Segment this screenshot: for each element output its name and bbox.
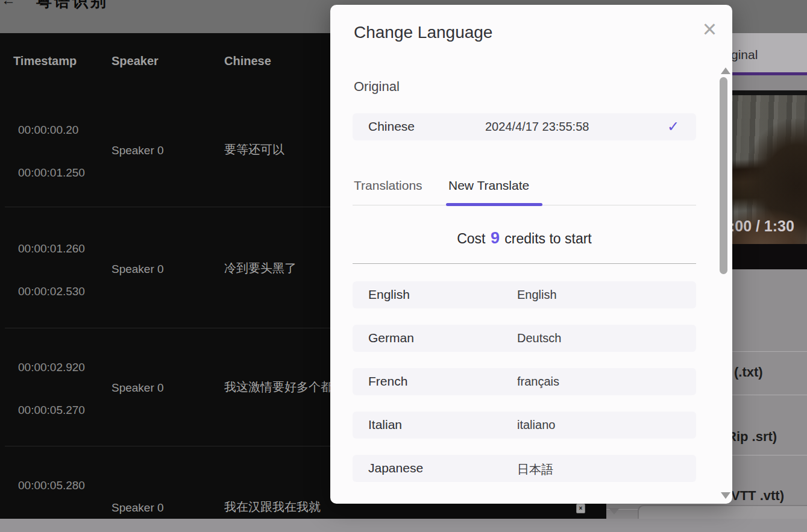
download-srt-button[interactable]: Rip .srt)	[727, 429, 777, 445]
scroll-down-arrow-icon[interactable]	[721, 492, 730, 499]
cost-suffix: credits to start	[504, 231, 591, 246]
active-tab-underline	[446, 203, 542, 206]
screen: ← 粤语识别 Timestamp Speaker Chinese 00:00:0…	[0, 0, 807, 532]
tab-translations[interactable]: Translations	[354, 178, 422, 193]
timestamp-end: 00:00:01.250	[18, 166, 85, 180]
scrollbar-thumb[interactable]	[720, 77, 727, 274]
timestamp-start: 00:00:01.260	[18, 242, 85, 255]
language-option-english[interactable]: English English	[353, 281, 696, 308]
timestamp-start: 00:00:00.20	[18, 124, 78, 137]
language-name: Italian	[368, 418, 402, 432]
speaker-label: Speaker 0	[111, 263, 164, 276]
original-section-label: Original	[354, 79, 400, 95]
column-header-timestamp: Timestamp	[13, 54, 77, 68]
transcript-text[interactable]: 要等还可以	[224, 142, 284, 158]
video-time-display: 0:00 / 1:30	[721, 217, 794, 235]
language-option-german[interactable]: German Deutsch	[353, 325, 696, 352]
check-icon: ✓	[667, 118, 679, 135]
broken-image-icon: ×	[576, 504, 585, 513]
modal-title: Change Language	[354, 23, 492, 42]
speaker-label: Speaker 0	[111, 381, 164, 395]
language-option-italian[interactable]: Italian italiano	[353, 412, 696, 439]
bottom-scrollbar-track[interactable]	[0, 519, 807, 532]
language-option-japanese[interactable]: Japanese 日本語	[353, 455, 696, 482]
timestamp-end: 00:00:02.530	[18, 285, 85, 298]
original-language-timestamp: 2024/4/17 23:55:58	[485, 120, 589, 134]
timestamp-end: 00:00:05.270	[18, 404, 85, 417]
transcript-text[interactable]: 冷到要头黑了	[224, 260, 297, 277]
language-name: German	[368, 331, 414, 345]
speaker-label: Speaker 0	[111, 501, 164, 515]
language-native: 日本語	[517, 462, 553, 478]
column-header-speaker: Speaker	[111, 54, 159, 68]
column-header-chinese: Chinese	[224, 54, 271, 68]
change-language-modal: Change Language × Original Chinese 2024/…	[330, 5, 732, 504]
timestamp-start: 00:00:05.280	[18, 479, 85, 492]
language-native: English	[517, 288, 557, 302]
language-native: français	[517, 375, 559, 389]
language-native: Deutsch	[517, 331, 561, 345]
language-option-french[interactable]: French français	[353, 368, 696, 395]
cost-prefix: Cost	[457, 231, 485, 246]
cost-credits-value: 9	[489, 229, 501, 247]
cost-message: Cost 9 credits to start	[353, 229, 696, 248]
scroll-down-arrow-icon[interactable]	[609, 508, 620, 515]
original-language-row[interactable]: Chinese 2024/4/17 23:55:58 ✓	[353, 113, 696, 140]
page-title: 粤语识别	[36, 0, 108, 12]
language-name: English	[368, 287, 410, 302]
cost-divider	[353, 263, 696, 264]
download-txt-button[interactable]: (.txt)	[734, 365, 763, 380]
close-icon[interactable]: ×	[703, 17, 717, 41]
speaker-label: Speaker 0	[111, 144, 164, 157]
timestamp-start: 00:00:02.920	[18, 361, 85, 374]
transcript-text[interactable]: 我在汉跟我在我就	[224, 499, 321, 515]
language-name: Japanese	[368, 461, 423, 475]
back-arrow-icon[interactable]: ←	[1, 0, 16, 8]
download-vtt-button[interactable]: VTT .vtt)	[731, 488, 784, 504]
language-name: French	[368, 374, 407, 389]
original-language-name: Chinese	[368, 119, 415, 134]
language-native: italiano	[517, 418, 555, 432]
scroll-up-arrow-icon[interactable]	[721, 67, 730, 74]
tab-new-translate[interactable]: New Translate	[448, 178, 529, 193]
